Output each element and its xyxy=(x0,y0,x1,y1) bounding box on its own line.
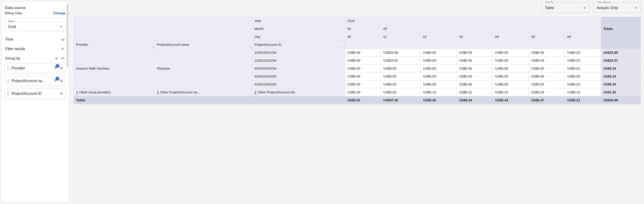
cell: US$0.05 xyxy=(381,65,421,72)
totals-header: Totals xyxy=(601,17,640,41)
cell: US$0.00 xyxy=(345,57,381,65)
day-05: 05 xyxy=(529,33,565,41)
close-icon[interactable]: ✕ xyxy=(60,91,63,96)
account-id-cell: 323432343234 xyxy=(252,65,345,72)
chip-label: Provider xyxy=(12,66,51,70)
account-id-cell: 523452345234 xyxy=(252,80,345,88)
cell: US$0.05 xyxy=(421,72,457,80)
cell: US$0.05 xyxy=(421,65,457,72)
cell: US$0.05 xyxy=(493,72,529,80)
cell: US$0.05 xyxy=(421,49,457,57)
scrollbar[interactable] xyxy=(67,4,68,67)
cell: US$0.05 xyxy=(493,49,529,57)
cell: US$0.06 xyxy=(457,80,493,88)
day-label: Day xyxy=(252,33,345,41)
year-label: Year xyxy=(252,17,345,25)
time-section[interactable]: Time xyxy=(5,35,66,44)
group-chip-account-id[interactable]: Project/Account ID ✕ xyxy=(5,89,66,99)
metric-select-label: Metric xyxy=(7,20,16,23)
cell: US$0.05 xyxy=(345,80,381,88)
grand-total: US$49.98 xyxy=(601,96,640,104)
col-account-name[interactable]: Project/Account name xyxy=(154,41,252,49)
chevron-down-icon xyxy=(584,7,586,8)
filter-icon[interactable]: 1 xyxy=(53,66,58,71)
cell: US$0.23 xyxy=(493,88,529,96)
total-cell: US$0.53 xyxy=(345,96,381,104)
account-name-cell: Flexsave xyxy=(154,49,252,88)
year-value: 2024 xyxy=(345,17,601,25)
other-account-name: ∑ Other Project/Account na... xyxy=(154,88,252,96)
cell: US$0.05 xyxy=(529,65,565,72)
close-icon[interactable]: ✕ xyxy=(60,66,63,71)
row-total: US$23.85 xyxy=(601,49,640,57)
month-04: 04 xyxy=(345,25,381,33)
group-by-section: Group by + xyxy=(5,54,66,63)
totals-row: Totals US$0.53 US$47.50 US$0.40 US$0.44 … xyxy=(74,96,641,104)
cell: US$0.05 xyxy=(345,49,381,57)
drag-handle-icon[interactable] xyxy=(7,79,9,83)
data-source-value: Billing Data xyxy=(5,11,22,15)
chevron-down-icon xyxy=(60,26,62,27)
cell: US$0.00 xyxy=(457,57,493,65)
view-data-as-select[interactable]: View data as Actuals Only xyxy=(593,2,641,13)
toolbar: View As Table View data as Actuals Only xyxy=(74,2,641,13)
cell: US$0.05 xyxy=(493,80,529,88)
row-total: US$23.57 xyxy=(601,57,640,65)
view-as-label: View As xyxy=(544,1,554,3)
group-by-label: Group by xyxy=(5,56,20,60)
metric-select-value: Cost xyxy=(8,24,16,29)
cell: US$0.05 xyxy=(345,65,381,72)
blank-header xyxy=(74,17,252,41)
drag-handle-icon[interactable] xyxy=(7,92,9,95)
totals-label: Totals xyxy=(74,96,345,104)
divider xyxy=(5,18,66,18)
row-total: US$0.33 xyxy=(601,72,640,80)
col-provider[interactable]: Provider xyxy=(74,41,155,49)
view-as-select[interactable]: View As Table xyxy=(542,2,589,13)
change-link[interactable]: Change xyxy=(53,11,66,15)
col-account-id[interactable]: Project/Account ID xyxy=(252,41,345,49)
day-06: 06 xyxy=(565,33,601,41)
cell: US$0.33 xyxy=(345,88,381,96)
data-table: Year 2024 Totals Month 04 05 Day 30 01 0… xyxy=(74,17,641,104)
chip-label: Project/Account na... xyxy=(12,79,51,83)
cell: US$23.58 xyxy=(381,49,421,57)
blank xyxy=(601,41,640,49)
add-group-button[interactable]: + xyxy=(54,56,59,61)
view-as-value: Table xyxy=(545,6,554,10)
cell: US$0.02 xyxy=(565,57,601,65)
group-chip-account-name[interactable]: Project/Account na... 1 ✕ xyxy=(5,76,66,86)
cell: US$0.26 xyxy=(381,88,421,96)
data-source-title: Data source xyxy=(5,6,66,10)
filter-results-label: Filter results xyxy=(5,47,25,51)
cell: US$0.02 xyxy=(565,65,601,72)
cell: US$0.00 xyxy=(493,57,529,65)
cell: US$0.10 xyxy=(565,88,601,96)
chevron-down-icon xyxy=(635,7,638,8)
other-row: ∑ Other cloud providers ∑ Other Project/… xyxy=(74,88,641,96)
cell: US$0.05 xyxy=(381,72,421,80)
group-chip-provider[interactable]: Provider 1 ✕ xyxy=(5,63,66,73)
cell: US$0.00 xyxy=(421,57,457,65)
cell: US$0.05 xyxy=(457,49,493,57)
cell: US$0.19 xyxy=(421,88,457,96)
month-label: Month xyxy=(252,25,345,33)
cell: US$0.05 xyxy=(529,49,565,57)
account-id-cell: 223422342234 xyxy=(252,57,345,65)
metric-select[interactable]: Metric Cost xyxy=(5,21,66,31)
filter-icon[interactable]: 1 xyxy=(53,79,58,83)
cell: US$0.06 xyxy=(457,65,493,72)
cell: US$0.02 xyxy=(565,49,601,57)
month-05: 05 xyxy=(381,25,601,33)
account-id-cell: 123412341234 xyxy=(252,49,345,57)
blank xyxy=(345,41,601,49)
total-cell: US$0.44 xyxy=(457,96,493,104)
drag-handle-icon[interactable] xyxy=(7,67,9,70)
add-filter-button[interactable]: + xyxy=(60,46,65,51)
close-icon[interactable]: ✕ xyxy=(60,78,63,83)
filter-results-section: Filter results + xyxy=(5,44,66,54)
chevron-up-icon[interactable] xyxy=(60,56,65,61)
provider-cell: Amazon Web Services xyxy=(74,49,155,88)
cell: US$0.02 xyxy=(565,80,601,88)
account-id-cell: 423442344234 xyxy=(252,72,345,80)
